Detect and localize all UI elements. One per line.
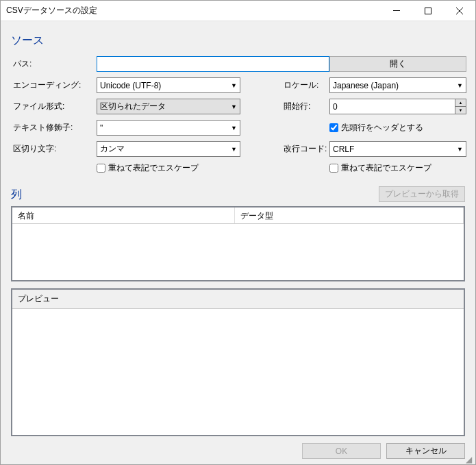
preview-content (12, 309, 464, 435)
newline-value: CRLF (333, 144, 354, 154)
text-qualifier-value: " (100, 123, 103, 133)
titlebar: CSVデータソースの設定 (1, 1, 475, 21)
first-row-header-label: 先頭行をヘッダとする (341, 122, 423, 134)
chevron-down-icon: ▼ (231, 103, 237, 110)
locale-select[interactable]: Japanese (Japan)▼ (329, 77, 466, 93)
spin-down-icon[interactable]: ▼ (455, 107, 466, 114)
source-form: パス: 開く エンコーディング: Unicode (UTF-8)▼ ロケール: … (11, 56, 465, 174)
escape-delim-box[interactable] (97, 164, 105, 173)
path-label: パス: (11, 58, 97, 70)
columns-section-title: 列 (11, 188, 379, 202)
preview-label: プレビュー (12, 290, 464, 309)
delimiter-select[interactable]: カンマ▼ (97, 141, 240, 157)
minimize-button[interactable] (381, 1, 412, 21)
column-header-name[interactable]: 名前 (12, 208, 235, 223)
encoding-label: エンコーディング: (11, 79, 97, 91)
escape-newline-label: 重ねて表記でエスケープ (341, 162, 431, 174)
column-header-type[interactable]: データ型 (235, 208, 464, 223)
svg-rect-1 (425, 8, 431, 14)
start-row-label: 開始行: (281, 101, 329, 112)
cancel-button[interactable]: キャンセル (386, 443, 465, 459)
escape-newline-checkbox[interactable]: 重ねて表記でエスケープ (329, 162, 466, 174)
columns-table: 名前 データ型 (11, 206, 465, 281)
close-button[interactable] (444, 1, 475, 21)
source-section-title: ソース (11, 34, 465, 48)
escape-newline-box[interactable] (329, 164, 338, 173)
chevron-down-icon: ▼ (457, 146, 463, 153)
open-button[interactable]: 開く (329, 56, 466, 72)
chevron-down-icon: ▼ (231, 146, 237, 153)
svg-rect-0 (393, 10, 400, 11)
window-title: CSVデータソースの設定 (6, 5, 381, 16)
window-controls (381, 1, 475, 21)
file-format-value: 区切られたデータ (100, 101, 166, 112)
chevron-down-icon: ▼ (231, 125, 237, 131)
encoding-value: Unicode (UTF-8) (100, 81, 161, 90)
file-format-select[interactable]: 区切られたデータ▼ (97, 99, 240, 114)
chevron-down-icon: ▼ (457, 82, 463, 89)
file-format-label: ファイル形式: (11, 101, 97, 112)
ok-button: OK (302, 443, 381, 459)
path-input[interactable] (97, 56, 329, 72)
text-qualifier-select[interactable]: "▼ (97, 120, 240, 136)
dialog-footer: OK キャンセル (11, 436, 465, 459)
columns-header-row: 名前 データ型 (12, 208, 464, 224)
get-from-preview-button: プレビューから取得 (379, 186, 465, 202)
maximize-button[interactable] (412, 1, 444, 21)
delimiter-value: カンマ (100, 143, 125, 155)
newline-select[interactable]: CRLF▼ (329, 141, 466, 157)
escape-delim-checkbox[interactable]: 重ねて表記でエスケープ (97, 162, 240, 174)
chevron-down-icon: ▼ (231, 82, 237, 89)
encoding-select[interactable]: Unicode (UTF-8)▼ (97, 77, 240, 93)
dialog-content: ソース パス: 開く エンコーディング: Unicode (UTF-8)▼ ロケ… (1, 21, 475, 464)
first-row-header-checkbox[interactable]: 先頭行をヘッダとする (329, 122, 466, 134)
text-qualifier-label: テキスト修飾子: (11, 122, 97, 134)
start-row-input[interactable] (329, 99, 455, 114)
newline-label: 改行コード: (281, 143, 329, 155)
locale-value: Japanese (Japan) (333, 81, 399, 90)
start-row-stepper[interactable]: ▲▼ (329, 99, 466, 114)
locale-label: ロケール: (281, 79, 329, 91)
escape-delim-label: 重ねて表記でエスケープ (108, 162, 199, 174)
delimiter-label: 区切り文字: (11, 143, 97, 155)
preview-panel: プレビュー (11, 288, 465, 436)
spin-up-icon[interactable]: ▲ (455, 99, 466, 107)
first-row-header-box[interactable] (329, 123, 338, 132)
